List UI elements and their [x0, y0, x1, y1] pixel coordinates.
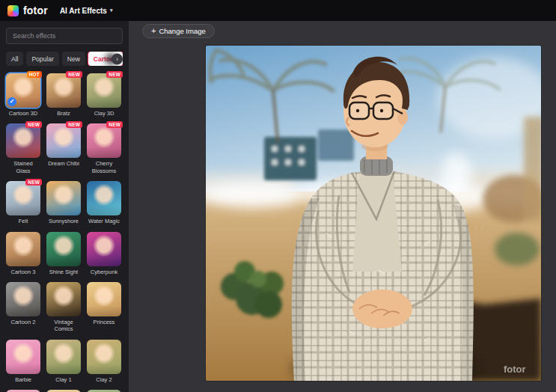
- effect-item[interactable]: ✓ Clay 2: [87, 340, 121, 383]
- canvas-area: + Change Image: [129, 21, 556, 392]
- effect-name: Felt: [6, 218, 40, 224]
- effect-badge: NEW: [106, 71, 123, 78]
- tabs-row: AllPopularNewCartoonSketch: [6, 52, 123, 66]
- effect-thumbnail[interactable]: ✓: [87, 181, 121, 215]
- change-image-label: Change Image: [159, 27, 205, 35]
- effect-thumbnail[interactable]: NEW ✓: [87, 123, 121, 158]
- tabs-scroll-right-button[interactable]: ›: [111, 53, 123, 64]
- fotor-logo[interactable]: fotor: [7, 4, 48, 16]
- effect-thumbnail[interactable]: ✓: [87, 282, 121, 316]
- effect-thumbnail[interactable]: ✓: [46, 340, 81, 374]
- effect-badge: NEW: [25, 179, 42, 186]
- effect-thumbnail[interactable]: ✓: [46, 282, 81, 316]
- fotor-watermark: fotor: [504, 364, 526, 375]
- effect-item[interactable]: ✓ Cyberpunk: [87, 232, 121, 275]
- effect-item[interactable]: ✓ Barbie: [6, 340, 40, 383]
- category-tab[interactable]: New: [62, 52, 85, 66]
- effect-item[interactable]: ✓ Cartoon 3: [6, 232, 40, 275]
- effect-item[interactable]: ✓ Clay 1: [46, 340, 81, 383]
- effect-thumbnail[interactable]: NEW ✓: [6, 181, 40, 215]
- effect-name: Vintage Comics: [46, 319, 81, 333]
- effect-item[interactable]: NEW ✓ Bratz: [46, 73, 81, 117]
- effect-thumbnail[interactable]: ✓: [46, 181, 81, 215]
- effect-name: Clay 1: [46, 376, 81, 383]
- effects-sidebar: AllPopularNewCartoonSketch › HOT ✓ Carto…: [0, 21, 129, 392]
- effect-name: Cyberpunk: [87, 269, 121, 275]
- effect-item[interactable]: HOT ✓ Cartoon 3D: [6, 73, 40, 117]
- effect-item[interactable]: NEW ✓ Felt: [6, 181, 40, 224]
- effect-item[interactable]: NEW ✓ Clay 3D: [87, 73, 121, 117]
- effect-name: Dream Chibi: [46, 160, 81, 167]
- fotor-logo-icon: [7, 5, 19, 16]
- effect-thumbnail[interactable]: ✓: [46, 232, 81, 266]
- chevron-down-icon: ▾: [110, 7, 113, 13]
- effect-name: Clay 2: [87, 376, 121, 383]
- nav-label: AI Art Effects: [60, 7, 107, 15]
- effect-item[interactable]: ✓ Vintage Comics: [46, 282, 81, 333]
- effect-item[interactable]: NEW ✓ Cherry Blossoms: [87, 123, 121, 174]
- effect-thumbnail[interactable]: NEW ✓: [46, 73, 81, 108]
- plus-icon: +: [151, 27, 156, 35]
- effect-item[interactable]: NEW ✓ Stained Glass: [6, 123, 40, 174]
- effect-name: Princess: [87, 319, 121, 325]
- effect-badge: NEW: [66, 121, 82, 128]
- effect-item[interactable]: NEW ✓ Dream Chibi: [46, 123, 81, 174]
- effect-thumbnail[interactable]: ✓: [6, 232, 40, 266]
- effects-grid: HOT ✓ Cartoon 3D NEW ✓ Bratz NEW ✓ Clay …: [6, 73, 123, 392]
- effect-name: Stained Glass: [6, 160, 40, 174]
- selected-check-icon: ✓: [7, 97, 16, 106]
- effect-name: Water Magic: [87, 218, 121, 224]
- effect-name: Sunnyshore: [46, 218, 81, 224]
- effect-item[interactable]: ✓ Cartoon 2: [6, 282, 40, 333]
- effect-name: Cartoon 3D: [6, 110, 40, 117]
- effect-name: Clay 3D: [87, 110, 121, 117]
- effect-badge: HOT: [27, 71, 42, 78]
- change-image-button[interactable]: + Change Image: [142, 24, 215, 38]
- effect-name: Cherry Blossoms: [87, 160, 121, 174]
- effect-name: Shine Sight: [46, 269, 81, 275]
- effect-thumbnail[interactable]: ✓: [6, 340, 40, 374]
- category-tab[interactable]: Popular: [26, 52, 58, 66]
- effect-name: Barbie: [6, 376, 40, 383]
- cartoon-3d-result-image: fotor: [206, 46, 541, 381]
- canvas-image[interactable]: fotor: [206, 46, 541, 381]
- effect-name: Cartoon 2: [6, 319, 40, 325]
- effect-name: Cartoon 3: [6, 269, 40, 275]
- search-input[interactable]: [6, 28, 123, 44]
- effect-name: Bratz: [46, 110, 81, 117]
- app-header: fotor AI Art Effects ▾: [0, 0, 556, 21]
- effect-thumbnail[interactable]: NEW ✓: [46, 123, 81, 158]
- effect-thumbnail[interactable]: ✓: [87, 232, 121, 266]
- effect-thumbnail[interactable]: NEW ✓: [87, 73, 121, 108]
- category-tab[interactable]: All: [6, 52, 23, 66]
- effect-item[interactable]: ✓ Princess: [87, 282, 121, 333]
- effect-badge: NEW: [25, 121, 42, 128]
- effect-item[interactable]: ✓ Water Magic: [87, 181, 121, 224]
- effect-item[interactable]: ✓ Sunnyshore: [46, 181, 81, 224]
- fotor-logo-text: fotor: [23, 4, 48, 16]
- effect-thumbnail[interactable]: ✓: [87, 340, 121, 374]
- effect-category-tabs: AllPopularNewCartoonSketch ›: [6, 52, 123, 66]
- effect-thumbnail[interactable]: NEW ✓: [6, 123, 40, 158]
- nav-ai-art-effects[interactable]: AI Art Effects ▾: [60, 7, 113, 15]
- effect-item[interactable]: ✓ Shine Sight: [46, 232, 81, 275]
- effect-thumbnail[interactable]: HOT ✓: [6, 73, 40, 108]
- effect-badge: NEW: [66, 71, 82, 78]
- effect-badge: NEW: [106, 121, 123, 128]
- effect-thumbnail[interactable]: ✓: [6, 282, 40, 316]
